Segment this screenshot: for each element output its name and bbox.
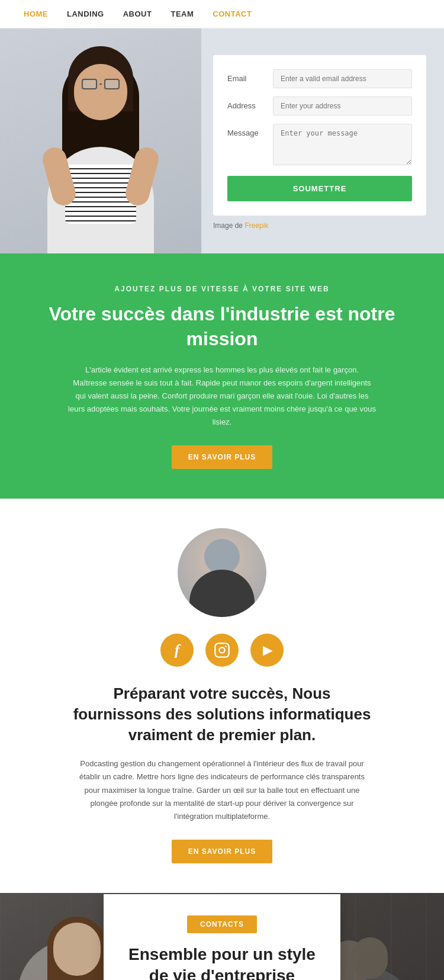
profile-body: Podcasting gestion du changement opérati… [74,757,370,822]
team-contacts-section: CONTACTS Ensemble pour un style de vie d… [0,893,444,980]
avatar-image [178,528,266,617]
address-row: Address [227,97,412,115]
submit-button[interactable]: SOUMETTRE [227,176,412,201]
nav-home[interactable]: HOME [24,9,48,18]
email-label: Email [227,69,266,83]
hero-image [0,28,201,253]
address-input[interactable] [273,97,412,115]
youtube-icon[interactable]: ▶ [250,634,284,667]
contacts-card: CONTACTS Ensemble pour un style de vie d… [104,894,340,980]
green-body: L'article évident est arrivé express les… [68,364,376,429]
hero-contact-section: Email Address Message SOUMETTRE Image de… [0,28,444,253]
contacts-badge[interactable]: CONTACTS [187,915,257,933]
nav-contact[interactable]: CONTACT [213,9,252,18]
message-label: Message [227,124,266,137]
freepik-link[interactable]: Freepik [244,221,268,230]
nav-landing[interactable]: LANDING [67,9,104,18]
svg-rect-0 [215,643,229,657]
profile-section: f ▶ Préparant votre succès, Nous fournis… [0,499,444,893]
address-label: Address [227,97,266,110]
nav-about[interactable]: ABOUT [123,9,152,18]
contact-form-container: Email Address Message SOUMETTRE Image de… [201,28,444,253]
message-textarea[interactable] [273,124,412,165]
green-heading: Votre succès dans l'industrie est notre … [47,302,397,351]
profile-cta-button[interactable]: EN SAVOIR PLUS [172,840,272,863]
facebook-icon[interactable]: f [160,634,194,667]
team-heading: Ensemble pour un style de vie d'entrepri… [127,944,317,980]
svg-point-2 [225,645,227,647]
green-cta-button[interactable]: EN SAVOIR PLUS [172,445,272,469]
email-row: Email [227,69,412,88]
instagram-icon[interactable] [205,634,239,667]
svg-point-1 [219,647,224,653]
email-input[interactable] [273,69,412,88]
form-card: Email Address Message SOUMETTRE [213,55,426,216]
nav-team[interactable]: TEAM [170,9,194,18]
green-subtitle: AJOUTEZ PLUS DE VITESSE À VOTRE SITE WEB [68,283,376,295]
image-credit: Image de Freepik [213,221,426,230]
navigation: HOME LANDING ABOUT TEAM CONTACT [0,0,444,28]
avatar [178,528,266,617]
profile-heading: Préparant votre succès, Nous fournissons… [68,683,376,746]
message-row: Message [227,124,412,165]
social-icons-container: f ▶ [24,634,420,667]
green-cta-section: AJOUTEZ PLUS DE VITESSE À VOTRE SITE WEB… [0,253,444,499]
